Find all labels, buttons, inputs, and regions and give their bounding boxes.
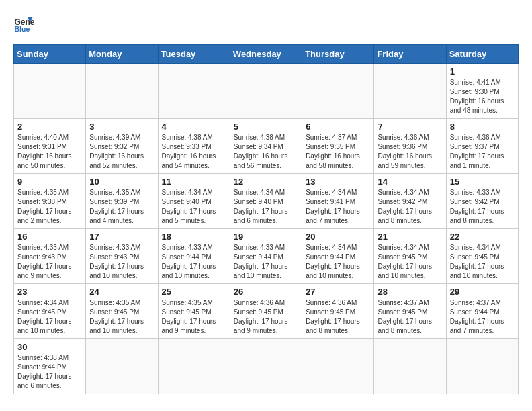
calendar-cell: 7Sunrise: 4:36 AM Sunset: 9:36 PM Daylig… [374,119,446,174]
calendar-cell: 28Sunrise: 4:37 AM Sunset: 9:45 PM Dayli… [374,284,446,339]
day-number: 21 [378,232,442,242]
day-number: 27 [306,287,370,297]
logo-icon: General Blue [13,13,34,34]
calendar-table: Sunday Monday Tuesday Wednesday Thursday… [13,44,519,394]
week-row-6: 30Sunrise: 4:38 AM Sunset: 9:44 PM Dayli… [14,339,519,394]
calendar-cell: 19Sunrise: 4:33 AM Sunset: 9:44 PM Dayli… [230,229,302,284]
col-tuesday: Tuesday [158,45,230,64]
day-info: Sunrise: 4:33 AM Sunset: 9:42 PM Dayligh… [450,188,515,226]
calendar-cell: 5Sunrise: 4:38 AM Sunset: 9:34 PM Daylig… [230,119,302,174]
calendar-cell: 15Sunrise: 4:33 AM Sunset: 9:42 PM Dayli… [446,174,518,229]
calendar-cell [14,64,86,119]
calendar-cell [158,339,230,394]
calendar-cell: 14Sunrise: 4:34 AM Sunset: 9:42 PM Dayli… [374,174,446,229]
day-number: 2 [17,122,82,132]
day-info: Sunrise: 4:36 AM Sunset: 9:36 PM Dayligh… [378,133,442,171]
day-number: 11 [162,177,226,187]
day-info: Sunrise: 4:35 AM Sunset: 9:38 PM Dayligh… [17,188,82,226]
day-info: Sunrise: 4:33 AM Sunset: 9:43 PM Dayligh… [89,243,154,281]
day-number: 18 [162,232,226,242]
day-number: 30 [17,342,82,352]
day-info: Sunrise: 4:34 AM Sunset: 9:42 PM Dayligh… [378,188,442,226]
col-monday: Monday [86,45,158,64]
day-number: 8 [450,122,515,132]
day-info: Sunrise: 4:34 AM Sunset: 9:45 PM Dayligh… [378,243,442,281]
day-info: Sunrise: 4:35 AM Sunset: 9:45 PM Dayligh… [89,298,154,336]
day-number: 20 [306,232,370,242]
day-info: Sunrise: 4:38 AM Sunset: 9:33 PM Dayligh… [162,133,226,171]
day-info: Sunrise: 4:34 AM Sunset: 9:44 PM Dayligh… [306,243,370,281]
calendar-cell [230,339,302,394]
day-info: Sunrise: 4:36 AM Sunset: 9:37 PM Dayligh… [450,133,515,171]
day-info: Sunrise: 4:41 AM Sunset: 9:30 PM Dayligh… [450,78,515,116]
logo: General Blue [13,13,36,34]
day-info: Sunrise: 4:35 AM Sunset: 9:45 PM Dayligh… [162,298,226,336]
calendar-cell [158,64,230,119]
day-info: Sunrise: 4:39 AM Sunset: 9:32 PM Dayligh… [89,133,154,171]
calendar-cell [86,64,158,119]
day-number: 25 [162,287,226,297]
week-row-1: 1Sunrise: 4:41 AM Sunset: 9:30 PM Daylig… [14,64,519,119]
calendar-cell: 13Sunrise: 4:34 AM Sunset: 9:41 PM Dayli… [302,174,374,229]
calendar-cell: 21Sunrise: 4:34 AM Sunset: 9:45 PM Dayli… [374,229,446,284]
calendar-cell: 1Sunrise: 4:41 AM Sunset: 9:30 PM Daylig… [446,64,518,119]
day-number: 22 [450,232,515,242]
calendar-cell: 22Sunrise: 4:34 AM Sunset: 9:45 PM Dayli… [446,229,518,284]
calendar-cell: 24Sunrise: 4:35 AM Sunset: 9:45 PM Dayli… [86,284,158,339]
day-info: Sunrise: 4:33 AM Sunset: 9:44 PM Dayligh… [234,243,298,281]
col-friday: Friday [374,45,446,64]
day-info: Sunrise: 4:34 AM Sunset: 9:40 PM Dayligh… [162,188,226,226]
day-number: 29 [450,287,515,297]
day-number: 15 [450,177,515,187]
day-number: 19 [234,232,298,242]
day-info: Sunrise: 4:33 AM Sunset: 9:44 PM Dayligh… [162,243,226,281]
day-info: Sunrise: 4:37 AM Sunset: 9:45 PM Dayligh… [378,298,442,336]
day-number: 13 [306,177,370,187]
calendar-cell [302,339,374,394]
week-row-5: 23Sunrise: 4:34 AM Sunset: 9:45 PM Dayli… [14,284,519,339]
calendar-cell [302,64,374,119]
col-thursday: Thursday [302,45,374,64]
day-info: Sunrise: 4:34 AM Sunset: 9:45 PM Dayligh… [17,298,82,336]
day-number: 4 [162,122,226,132]
header: General Blue [13,13,519,34]
day-number: 16 [17,232,82,242]
calendar-cell: 29Sunrise: 4:37 AM Sunset: 9:44 PM Dayli… [446,284,518,339]
calendar-cell: 3Sunrise: 4:39 AM Sunset: 9:32 PM Daylig… [86,119,158,174]
calendar-cell: 26Sunrise: 4:36 AM Sunset: 9:45 PM Dayli… [230,284,302,339]
day-info: Sunrise: 4:36 AM Sunset: 9:45 PM Dayligh… [306,298,370,336]
day-number: 10 [89,177,154,187]
calendar-cell: 30Sunrise: 4:38 AM Sunset: 9:44 PM Dayli… [14,339,86,394]
day-number: 7 [378,122,442,132]
day-info: Sunrise: 4:36 AM Sunset: 9:45 PM Dayligh… [234,298,298,336]
calendar-cell: 17Sunrise: 4:33 AM Sunset: 9:43 PM Dayli… [86,229,158,284]
week-row-4: 16Sunrise: 4:33 AM Sunset: 9:43 PM Dayli… [14,229,519,284]
day-info: Sunrise: 4:37 AM Sunset: 9:35 PM Dayligh… [306,133,370,171]
day-number: 5 [234,122,298,132]
week-row-2: 2Sunrise: 4:40 AM Sunset: 9:31 PM Daylig… [14,119,519,174]
week-row-3: 9Sunrise: 4:35 AM Sunset: 9:38 PM Daylig… [14,174,519,229]
calendar-cell: 2Sunrise: 4:40 AM Sunset: 9:31 PM Daylig… [14,119,86,174]
calendar-cell: 18Sunrise: 4:33 AM Sunset: 9:44 PM Dayli… [158,229,230,284]
day-number: 3 [89,122,154,132]
calendar-cell: 10Sunrise: 4:35 AM Sunset: 9:39 PM Dayli… [86,174,158,229]
day-number: 24 [89,287,154,297]
day-number: 12 [234,177,298,187]
day-number: 1 [450,66,515,77]
day-info: Sunrise: 4:38 AM Sunset: 9:44 PM Dayligh… [17,353,82,391]
calendar-cell: 9Sunrise: 4:35 AM Sunset: 9:38 PM Daylig… [14,174,86,229]
col-saturday: Saturday [446,45,518,64]
day-info: Sunrise: 4:37 AM Sunset: 9:44 PM Dayligh… [450,298,515,336]
calendar-cell: 20Sunrise: 4:34 AM Sunset: 9:44 PM Dayli… [302,229,374,284]
calendar-cell [230,64,302,119]
col-wednesday: Wednesday [230,45,302,64]
day-number: 23 [17,287,82,297]
calendar-cell: 23Sunrise: 4:34 AM Sunset: 9:45 PM Dayli… [14,284,86,339]
col-sunday: Sunday [14,45,86,64]
calendar-cell [86,339,158,394]
calendar-cell [374,64,446,119]
calendar-cell [446,339,518,394]
calendar-cell: 27Sunrise: 4:36 AM Sunset: 9:45 PM Dayli… [302,284,374,339]
calendar-header-row: Sunday Monday Tuesday Wednesday Thursday… [14,45,519,64]
day-info: Sunrise: 4:33 AM Sunset: 9:43 PM Dayligh… [17,243,82,281]
